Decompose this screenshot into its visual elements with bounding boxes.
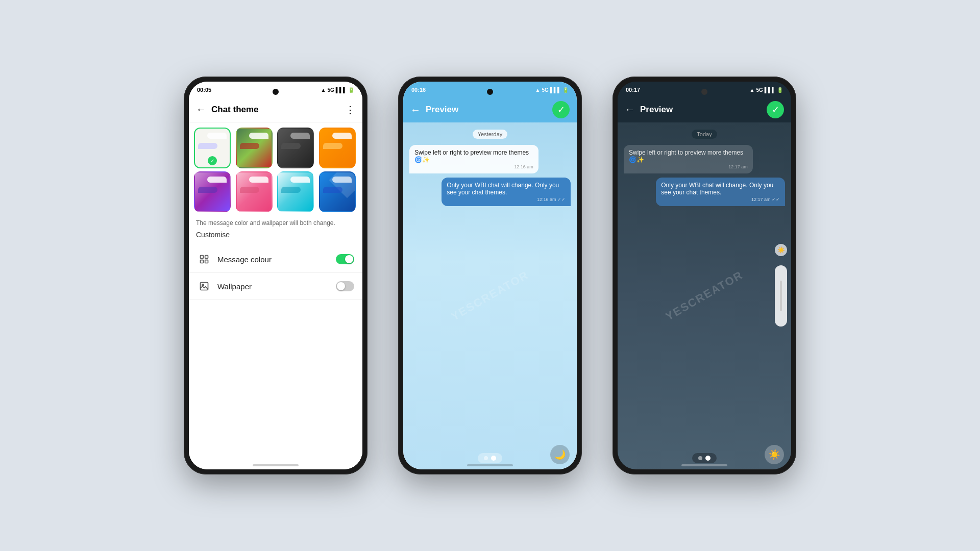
phone2-msg-sent-text: Only your WBI chat will change. Only you… bbox=[447, 182, 559, 196]
phone1-alert-icon: ▲ bbox=[321, 87, 326, 93]
phone2-dot-1 bbox=[484, 456, 488, 460]
phone2-msg-sent-time: 12:16 am ✓✓ bbox=[447, 197, 566, 202]
phone2-alert-icon: ▲ bbox=[535, 87, 540, 93]
phone3-msg-sent-text: Only your WBI chat will change. Only you… bbox=[661, 182, 773, 196]
wallpaper-row[interactable]: Wallpaper bbox=[189, 273, 362, 300]
wallpaper-icon bbox=[197, 279, 211, 293]
phone2-watermark: YESCREATOR bbox=[449, 268, 531, 323]
phone2-chat-bg: YESCREATOR Yesterday Swipe left or right… bbox=[403, 122, 577, 469]
theme-orange[interactable] bbox=[319, 128, 356, 168]
phone3-msg-sent-time: 12:17 am ✓✓ bbox=[661, 197, 780, 202]
phone3-time: 00:17 bbox=[626, 87, 640, 93]
phone1-signal-icon: ▌▌▌ bbox=[336, 87, 347, 93]
phone2-status-icons: ▲ 5G ▌▌▌ 🔋 bbox=[535, 87, 569, 93]
phone3-dots bbox=[692, 453, 717, 463]
phone3-home-indicator bbox=[681, 464, 727, 466]
theme-floral[interactable] bbox=[236, 128, 273, 168]
phone2-network: 5G bbox=[542, 87, 548, 93]
mini-bubble-13 bbox=[290, 177, 310, 183]
svg-point-5 bbox=[202, 284, 204, 286]
description-area: The message color and wallpaper will bot… bbox=[189, 217, 362, 246]
phone-3: 00:17 ▲ 5G ▌▌▌ 🔋 ← Preview ✓ YESCREATOR … bbox=[612, 77, 796, 474]
phone3-scroll-handle[interactable] bbox=[775, 265, 787, 327]
theme-dark[interactable] bbox=[277, 128, 314, 168]
mini-bubble-10 bbox=[198, 187, 217, 193]
mini-bubble-9 bbox=[207, 177, 227, 183]
svg-rect-3 bbox=[205, 260, 208, 263]
phone2-app-header: ← Preview ✓ bbox=[403, 97, 577, 122]
phone3-status-icons: ▲ 5G ▌▌▌ 🔋 bbox=[749, 87, 783, 93]
mini-bubble-7 bbox=[332, 133, 352, 139]
mini-bubble-2 bbox=[198, 143, 217, 149]
mini-bubble-14 bbox=[281, 187, 301, 193]
message-colour-icon bbox=[197, 252, 211, 266]
phone1-time: 00:05 bbox=[197, 87, 211, 93]
phone2-msg-received: Swipe left or right to preview more them… bbox=[409, 145, 538, 173]
phone2-battery-icon: 🔋 bbox=[562, 87, 569, 93]
phone3-scroll-grip bbox=[780, 281, 782, 311]
phone3-title: Preview bbox=[640, 105, 767, 115]
theme-pink[interactable] bbox=[236, 171, 273, 212]
mini-bubble-16 bbox=[323, 187, 342, 193]
phone-1: 00:05 ▲ 5G ▌▌▌ 🔋 ← Chat theme ⋮ bbox=[184, 77, 368, 474]
phone2-time: 00:16 bbox=[411, 87, 426, 93]
phone2-back-button[interactable]: ← bbox=[410, 104, 421, 116]
message-colour-label: Message colour bbox=[217, 255, 336, 264]
phone2-confirm-button[interactable]: ✓ bbox=[552, 101, 570, 118]
phone1-camera bbox=[273, 89, 279, 95]
phone2-camera bbox=[487, 89, 493, 95]
phone3-dot-2 bbox=[705, 456, 710, 461]
phone2-msg-sent: Only your WBI chat will change. Only you… bbox=[442, 178, 571, 206]
phone3-confirm-button[interactable]: ✓ bbox=[767, 101, 784, 118]
mini-bubble-8 bbox=[323, 143, 342, 149]
phone1-more-button[interactable]: ⋮ bbox=[345, 104, 355, 116]
phone2-msg-received-time: 12:16 am bbox=[414, 164, 533, 169]
theme-purple[interactable] bbox=[194, 171, 231, 212]
phone1-body: ✓ bbox=[189, 122, 362, 469]
phone2-home-indicator bbox=[467, 464, 513, 466]
phone3-sun-button[interactable]: ☀️ bbox=[765, 445, 784, 464]
phone1-battery-icon: 🔋 bbox=[348, 87, 354, 93]
phone2-dot-2 bbox=[491, 456, 496, 461]
phone3-brightness-icon[interactable]: ☀️ bbox=[775, 244, 787, 256]
phone1-network: 5G bbox=[327, 87, 334, 93]
message-colour-toggle[interactable] bbox=[336, 254, 354, 264]
phone3-camera bbox=[701, 89, 707, 95]
theme-default[interactable]: ✓ bbox=[194, 128, 231, 168]
phone1-home-indicator bbox=[253, 464, 299, 466]
mini-bubble-4 bbox=[240, 143, 259, 149]
phones-container: 00:05 ▲ 5G ▌▌▌ 🔋 ← Chat theme ⋮ bbox=[0, 0, 980, 551]
phone3-watermark: YESCREATOR bbox=[664, 268, 746, 323]
svg-rect-1 bbox=[205, 256, 208, 259]
phone-2: 00:16 ▲ 5G ▌▌▌ 🔋 ← Preview ✓ YESCREATOR … bbox=[398, 77, 582, 474]
phone3-chat-bg: YESCREATOR Today Swipe left or right to … bbox=[618, 122, 791, 469]
phone3-msg-received-text: Swipe left or right to preview more them… bbox=[629, 149, 743, 163]
phone1-status-icons: ▲ 5G ▌▌▌ 🔋 bbox=[321, 87, 354, 93]
wallpaper-toggle[interactable] bbox=[336, 281, 354, 291]
svg-rect-0 bbox=[201, 256, 204, 259]
mini-bubble-5 bbox=[290, 133, 310, 139]
phone3-msg-sent: Only your WBI chat will change. Only you… bbox=[656, 178, 785, 206]
mini-bubble-6 bbox=[281, 143, 301, 149]
wallpaper-label: Wallpaper bbox=[217, 282, 336, 291]
phone2-moon-button[interactable]: 🌙 bbox=[550, 445, 570, 464]
theme-blue-geo[interactable] bbox=[319, 171, 356, 212]
phone3-app-header: ← Preview ✓ bbox=[618, 97, 791, 122]
phone3-back-button[interactable]: ← bbox=[625, 104, 635, 115]
phone1-title: Chat theme bbox=[211, 105, 345, 115]
phone3-signal-icon: ▌▌▌ bbox=[765, 87, 775, 93]
mini-bubble-12 bbox=[240, 187, 259, 193]
phone3-msg-received-time: 12:17 am bbox=[629, 164, 748, 169]
phone2-date-badge: Yesterday bbox=[473, 130, 508, 139]
theme-description: The message color and wallpaper will bot… bbox=[196, 219, 355, 227]
theme-beach[interactable] bbox=[277, 171, 314, 212]
message-colour-row[interactable]: Message colour bbox=[189, 246, 362, 273]
phone3-msg-received: Swipe left or right to preview more them… bbox=[624, 145, 753, 173]
phone2-signal-icon: ▌▌▌ bbox=[550, 87, 561, 93]
phone2-msg-received-text: Swipe left or right to preview more them… bbox=[414, 149, 529, 163]
phone3-alert-icon: ▲ bbox=[749, 87, 754, 93]
svg-rect-2 bbox=[201, 260, 204, 263]
phone3-chat-area: Today Swipe left or right to preview mor… bbox=[618, 122, 791, 211]
customise-label: Customise bbox=[196, 231, 355, 239]
phone1-back-button[interactable]: ← bbox=[196, 104, 206, 115]
